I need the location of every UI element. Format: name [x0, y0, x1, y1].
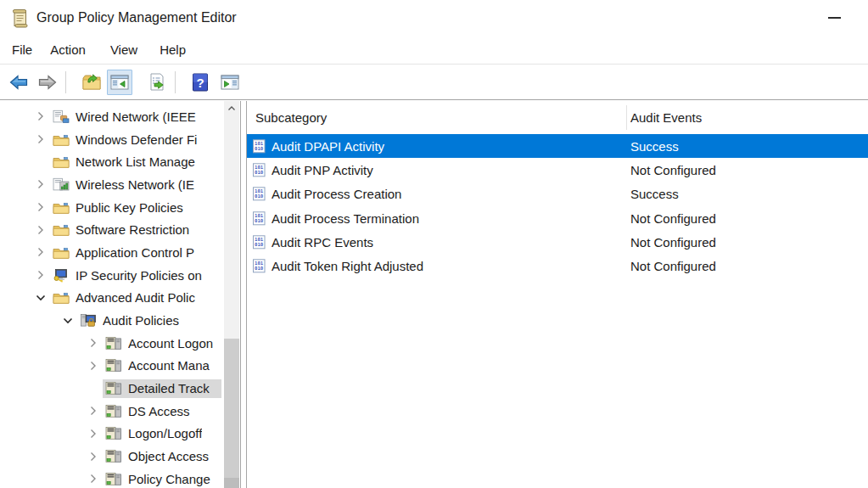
menu-file[interactable]: File: [12, 42, 32, 57]
toolbar-separator: [175, 71, 176, 93]
binary-audit-icon: [252, 187, 266, 201]
chevron-down-icon[interactable]: [34, 291, 48, 305]
forward-button[interactable]: [35, 70, 60, 95]
chevron-right-icon[interactable]: [87, 359, 100, 373]
export-list-button[interactable]: [144, 70, 170, 95]
tree-item-label: Application Control P: [76, 245, 194, 260]
tree-item-network-list-manager[interactable]: Network List Manage: [0, 150, 240, 173]
back-button[interactable]: [6, 70, 31, 95]
tree-item-label: Wireless Network (IE: [76, 177, 194, 192]
subcategory-cell: Audit DPAPI Activity: [272, 139, 384, 154]
tree-item-wired-network-policies[interactable]: Wired Network (IEEE: [0, 105, 240, 128]
tree-item-policy-change[interactable]: Policy Change: [0, 468, 240, 488]
policy-scroll-icon: [11, 8, 29, 28]
chevron-right-icon[interactable]: [34, 200, 48, 214]
tree-item-label: Public Key Policies: [76, 200, 183, 215]
folder-icon: [53, 245, 70, 260]
tree-item-ds-access[interactable]: DS Access: [0, 400, 240, 423]
chevron-right-icon[interactable]: [87, 404, 100, 418]
tree-item-label: Detailed Track: [128, 381, 210, 395]
folder-icon: [53, 222, 70, 237]
tree-item-label: Account Logon: [128, 336, 213, 351]
tree-item-label: Network List Manage: [76, 154, 195, 169]
folder-icon: [53, 154, 70, 169]
column-divider[interactable]: [626, 105, 627, 130]
binary-audit-icon: [252, 211, 266, 226]
menu-bar: File Action View Help: [0, 36, 868, 65]
menu-help[interactable]: Help: [160, 42, 186, 57]
console-content: Wired Network (IEEE Windows Defender Fi …: [0, 99, 868, 488]
wired-network-policy-icon: [53, 109, 70, 124]
chevron-right-icon[interactable]: [34, 268, 48, 282]
action-pane-icon: [220, 72, 240, 93]
up-one-level-button[interactable]: [79, 70, 104, 95]
chevron-right-icon[interactable]: [34, 109, 48, 123]
tree-item-label: IP Security Policies on: [76, 268, 202, 283]
scroll-up-button[interactable]: [224, 101, 239, 115]
list-row-audit-process-termination[interactable]: Audit Process Termination Not Configured: [247, 206, 868, 230]
list-row-audit-token-right-adjusted[interactable]: Audit Token Right Adjusted Not Configure…: [247, 254, 868, 278]
help-button[interactable]: ?: [188, 70, 213, 95]
list-row-audit-process-creation[interactable]: Audit Process Creation Success: [247, 182, 868, 206]
tree-item-account-logon[interactable]: Account Logon: [0, 332, 240, 355]
audit-policies-icon: [80, 313, 97, 328]
tree-item-label: Audit Policies: [103, 313, 179, 328]
show-console-tree-button[interactable]: [107, 70, 132, 95]
column-header-audit-events[interactable]: Audit Events: [630, 110, 702, 125]
forward-arrow-icon: [37, 72, 58, 93]
group-policy-editor-window: Group Policy Management Editor File Acti…: [0, 0, 868, 488]
tree-item-object-access[interactable]: Object Access: [0, 445, 240, 468]
audit-events-cell: Not Configured: [630, 163, 716, 177]
chevron-right-icon[interactable]: [87, 450, 100, 463]
binary-audit-icon: [252, 235, 266, 250]
tree-item-label: Advanced Audit Polic: [76, 290, 195, 305]
list-row-audit-rpc-events[interactable]: Audit RPC Events Not Configured: [247, 230, 868, 254]
chevron-right-icon[interactable]: [87, 427, 100, 440]
chevron-right-icon[interactable]: [87, 336, 100, 350]
menu-view[interactable]: View: [110, 42, 137, 57]
chevron-placeholder: [34, 155, 48, 169]
tree-scrollbar[interactable]: [224, 101, 239, 488]
chevron-right-icon[interactable]: [34, 177, 48, 191]
show-action-pane-button[interactable]: [217, 70, 243, 95]
scrollbar-thumb[interactable]: [224, 339, 239, 478]
chevron-right-icon[interactable]: [34, 245, 48, 259]
console-tree-icon: [109, 72, 130, 93]
tree-item-application-control-policies[interactable]: Application Control P: [0, 241, 240, 264]
chevron-right-icon[interactable]: [34, 132, 48, 146]
toolbar-separator: [65, 71, 66, 93]
tree-item-audit-policies[interactable]: Audit Policies: [0, 309, 240, 332]
toolbar: ?: [0, 65, 868, 100]
back-arrow-icon: [8, 72, 29, 93]
subcategory-cell: Audit RPC Events: [272, 235, 373, 250]
folder-icon: [53, 132, 70, 147]
tree-item-label: DS Access: [128, 404, 190, 418]
menu-action[interactable]: Action: [50, 42, 86, 57]
tree-item-label: Policy Change: [128, 472, 210, 486]
tree-item-public-key-policies[interactable]: Public Key Policies: [0, 196, 240, 219]
column-header-subcategory[interactable]: Subcategory: [255, 110, 327, 125]
list-row-audit-dpapi-activity[interactable]: Audit DPAPI Activity Success: [247, 134, 868, 158]
tree-item-advanced-audit-policy[interactable]: Advanced Audit Polic: [0, 287, 240, 310]
tree-item-wireless-network-policies[interactable]: Wireless Network (IE: [0, 173, 240, 196]
chevron-right-icon[interactable]: [87, 472, 100, 485]
tree-item-account-management[interactable]: Account Mana: [0, 355, 240, 378]
binary-audit-icon: [252, 139, 266, 154]
tree-item-detailed-tracking[interactable]: Detailed Track: [0, 377, 240, 400]
chevron-down-icon[interactable]: [61, 314, 75, 328]
results-list-pane: Subcategory Audit Events Audit DPAPI Act…: [246, 101, 868, 488]
list-row-audit-pnp-activity[interactable]: Audit PNP Activity Not Configured: [247, 158, 868, 182]
audit-events-cell: Success: [630, 187, 679, 201]
subcategory-cell: Audit Process Termination: [272, 211, 419, 226]
chevron-placeholder: [87, 382, 100, 395]
scroll-down-button[interactable]: [224, 478, 239, 488]
minimize-button[interactable]: [815, 0, 854, 36]
chevron-right-icon[interactable]: [34, 223, 48, 237]
tree-item-ip-security-policies[interactable]: IP Security Policies on: [0, 264, 240, 287]
binary-audit-icon: [252, 259, 266, 273]
audit-events-cell: Not Configured: [630, 235, 716, 250]
tree-item-software-restriction-policies[interactable]: Software Restriction: [0, 218, 240, 241]
tree-item-logon-logoff[interactable]: Logon/Logoff: [0, 423, 240, 446]
tree-item-windows-defender-firewall[interactable]: Windows Defender Fi: [0, 128, 240, 151]
audit-category-icon: [105, 336, 122, 351]
